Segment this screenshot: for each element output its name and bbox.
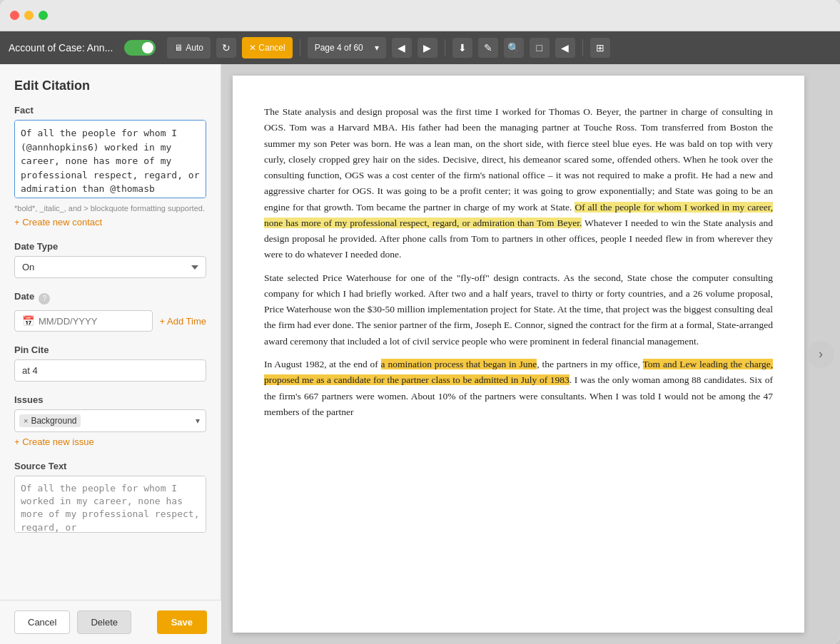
close-button[interactable] (10, 11, 19, 20)
date-label: Date (14, 291, 34, 302)
fact-input[interactable]: Of all the people for whom I (@annhopkin… (14, 120, 206, 198)
remove-issue-button[interactable]: × (24, 416, 28, 425)
source-text-label: Source Text (14, 461, 206, 471)
date-type-group: Date Type On Before After About Between (14, 241, 206, 278)
issues-group: Issues × Background ▾ + Create new issue (14, 394, 206, 448)
document-page: The State analysis and design proposal w… (233, 76, 804, 633)
date-group: Date ? 📅 + Add Time (14, 291, 206, 332)
grid-button[interactable]: ⊞ (590, 38, 610, 58)
page-selector[interactable]: Page 4 of 60 ▾ (308, 37, 386, 58)
layout-button[interactable]: □ (530, 38, 550, 58)
cancel-footer-button[interactable]: Cancel (14, 610, 70, 634)
issue-tag-label: Background (31, 416, 76, 426)
issues-label: Issues (14, 394, 206, 405)
cancel-button[interactable]: ✕ Cancel (242, 37, 293, 58)
right-panel: The State analysis and design proposal w… (221, 64, 840, 644)
main-content: Edit Citation Fact Of all the people for… (0, 64, 840, 644)
maximize-button[interactable] (39, 11, 48, 20)
source-text-input[interactable]: Of all the people for whom I worked in m… (14, 476, 206, 533)
panel-footer: Cancel Delete Save (0, 600, 221, 644)
create-contact-link[interactable]: + Create new contact (14, 217, 102, 228)
left-panel: Edit Citation Fact Of all the people for… (0, 64, 221, 644)
pin-cite-group: Pin Cite (14, 344, 206, 382)
date-input-wrap[interactable]: 📅 (14, 310, 153, 332)
search-button[interactable]: 🔍 (504, 38, 524, 58)
date-label-row: Date ? (14, 291, 206, 306)
toggle-switch[interactable] (124, 40, 156, 56)
paragraph-1: The State analysis and design proposal w… (264, 104, 773, 263)
date-type-select[interactable]: On Before After About Between (14, 256, 206, 278)
window-title: Account of Case: Ann... (9, 42, 113, 53)
titlebar (0, 0, 840, 31)
date-type-label: Date Type (14, 241, 206, 252)
calendar-icon: 📅 (22, 315, 34, 327)
download-button[interactable]: ⬇ (452, 38, 472, 58)
date-help-icon[interactable]: ? (39, 293, 50, 305)
main-window: Account of Case: Ann... 🖥 Auto ↻ ✕ Cance… (0, 0, 840, 644)
highlight-2: a nomination process that began in June (381, 359, 537, 369)
create-issue-link[interactable]: + Create new issue (14, 436, 94, 447)
auto-button[interactable]: 🖥 Auto (167, 37, 211, 58)
fact-group: Fact Of all the people for whom I (@annh… (14, 105, 206, 228)
delete-button[interactable]: Delete (77, 610, 131, 634)
divider2 (445, 39, 445, 56)
prev-page-button[interactable]: ◀ (392, 38, 412, 58)
screen-icon: 🖥 (174, 43, 183, 53)
highlight-1: Of all the people for whom I worked in m… (264, 202, 773, 228)
save-button[interactable]: Save (157, 610, 207, 634)
source-text-group: Source Text Of all the people for whom I… (14, 461, 206, 536)
toolbar: Account of Case: Ann... 🖥 Auto ↻ ✕ Cance… (0, 31, 840, 64)
next-page-button[interactable]: ▶ (418, 38, 437, 58)
date-input[interactable] (39, 316, 145, 327)
page-label: Page 4 of 60 (315, 43, 363, 53)
traffic-lights (10, 11, 48, 20)
refresh-button[interactable]: ↻ (216, 38, 236, 58)
edit-button[interactable]: ✎ (478, 38, 498, 58)
collapse-button[interactable]: ◀ (555, 38, 575, 58)
minimize-button[interactable] (24, 11, 34, 20)
pin-cite-input[interactable] (14, 359, 206, 382)
issues-chevron-icon: ▾ (196, 416, 200, 426)
panel-title: Edit Citation (14, 78, 206, 93)
next-page-nav-button[interactable]: › (807, 341, 834, 368)
issue-tag-background: × Background (19, 414, 81, 427)
issues-dropdown[interactable]: × Background ▾ (14, 409, 206, 432)
pin-cite-label: Pin Cite (14, 344, 206, 355)
paragraph-2: State selected Price Waterhouse for one … (264, 270, 773, 349)
paragraph-3: In August 1982, at the end of a nominati… (264, 357, 773, 420)
divider3 (582, 39, 583, 56)
format-hint: *bold*, _italic_, and > blockquote forma… (14, 204, 206, 213)
date-row: 📅 + Add Time (14, 310, 206, 332)
divider (300, 39, 300, 56)
fact-label: Fact (14, 105, 206, 116)
document-text: The State analysis and design proposal w… (264, 104, 773, 420)
add-time-link[interactable]: + Add Time (160, 316, 206, 327)
